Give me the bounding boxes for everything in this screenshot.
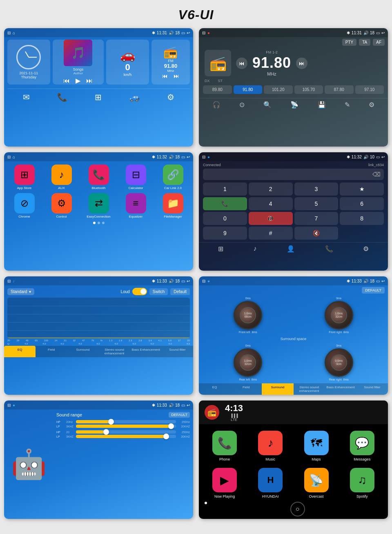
eq-bar-3[interactable] <box>44 337 62 338</box>
eq-bar-4[interactable] <box>62 337 80 338</box>
eq-tab-stereo[interactable]: Stereo sound enhancement <box>99 346 130 357</box>
sr-lp2-slider[interactable] <box>76 435 176 438</box>
home-clock-widget[interactable]: 2021-11-11 Thursday <box>7 40 50 85</box>
eq-bar-8[interactable] <box>135 337 154 338</box>
eq-bar-6[interactable] <box>99 337 117 338</box>
key-end-button[interactable]: 📵 <box>249 212 293 225</box>
app-equalizer[interactable]: ≡ Equalizer <box>119 193 153 218</box>
eq-tab-eq[interactable]: EQ <box>4 346 36 357</box>
carplay-spotify-app[interactable]: ♫ Spotify <box>342 468 382 498</box>
sr-lp-slider[interactable] <box>76 425 176 428</box>
eq-preset-selector[interactable]: Standard ▾ <box>7 288 34 295</box>
carplay-maps-app[interactable]: 🗺 Maps <box>296 431 336 461</box>
surround-default-button[interactable]: DEFAULT <box>362 287 385 294</box>
app-filemanager[interactable]: 📁 FileManager <box>156 193 190 218</box>
key-6[interactable]: 6 <box>340 197 384 210</box>
phone-music-icon[interactable]: ♪ <box>253 245 256 253</box>
prev-button[interactable]: ⏮ <box>63 77 70 85</box>
phone-settings-icon[interactable]: ⚙ <box>363 245 369 253</box>
home-fm-widget[interactable]: 📻 FM 91.80 MHz ⏮ ⏭ <box>151 40 190 85</box>
eq-tab-field[interactable]: Field <box>36 346 67 357</box>
surr-tab-field[interactable]: Field <box>230 383 262 395</box>
app-appstore[interactable]: ⊞ App Store <box>7 165 41 190</box>
pty-button[interactable]: PTY <box>342 39 356 46</box>
key-star[interactable]: ★ <box>340 182 384 196</box>
key-8[interactable]: 8 <box>340 212 384 225</box>
soundrange-default-button[interactable]: DEFAULT <box>169 412 190 418</box>
radio-next-button[interactable]: ⏭ <box>296 58 307 69</box>
next-button[interactable]: ⏭ <box>86 77 93 85</box>
app-chrome[interactable]: ⊘ Chrome <box>7 193 41 218</box>
eq-bar-1[interactable] <box>7 337 26 338</box>
knob-front-right[interactable]: 1.0ms32cm <box>325 301 353 329</box>
carplay-messages-app[interactable]: 💬 Messages <box>342 431 382 461</box>
carplay-phone-app[interactable]: 📞 Phone <box>205 431 245 461</box>
key-hash[interactable]: # <box>249 227 293 240</box>
preset-5[interactable]: 87.80 <box>325 85 354 94</box>
key-0[interactable]: 0 <box>203 212 247 225</box>
eq-bar-2[interactable] <box>26 337 44 338</box>
radio-headphone-icon[interactable]: 🎧 <box>212 101 220 109</box>
eq-bar-9[interactable] <box>154 337 172 338</box>
preset-6[interactable]: 97.10 <box>355 85 384 94</box>
radio-save-icon[interactable]: 💾 <box>318 101 326 109</box>
home-settings-icon[interactable]: ⚙ <box>167 92 174 102</box>
carplay-overcast-app[interactable]: 📡 Overcast <box>296 468 336 498</box>
knob-rear-right[interactable]: 0.0ms0cm <box>325 348 353 377</box>
preset-1[interactable]: 89.80 <box>203 85 232 94</box>
eq-tab-bass[interactable]: Bass Enhancement <box>130 346 162 357</box>
eq-default-button[interactable]: Default <box>170 288 190 295</box>
surr-tab-surround[interactable]: Surround <box>262 383 293 395</box>
ta-button[interactable]: TA <box>359 39 370 46</box>
home-apps-icon[interactable]: ⊞ <box>95 92 102 102</box>
carplay-music-app[interactable]: ♪ Music <box>250 431 290 461</box>
home-music-widget[interactable]: 🎵 Songs Author ⏮ ▶ ⏭ <box>53 40 104 85</box>
phone-contacts-icon[interactable]: 👤 <box>287 245 295 253</box>
eq-bar-7[interactable] <box>117 337 135 338</box>
app-carlink[interactable]: 🔗 Car Link 2.0 <box>156 165 190 190</box>
home-nav-widget[interactable]: 🚗 0 km/h <box>106 40 149 85</box>
surr-tab-eq[interactable]: EQ <box>199 383 230 395</box>
key-7[interactable]: 7 <box>294 212 339 225</box>
key-2[interactable]: 2 <box>249 182 293 196</box>
fm-prev-button[interactable]: ⏮ <box>162 73 168 79</box>
surr-tab-stereo[interactable]: Stereo sound enhancement <box>294 383 325 395</box>
app-aux[interactable]: ♪ AUX <box>45 165 78 190</box>
preset-3[interactable]: 101.20 <box>264 85 293 94</box>
app-calculator[interactable]: ⊟ Calculator <box>119 165 153 190</box>
knob-rear-left[interactable]: 1.0ms32cm <box>234 348 262 377</box>
key-mute-button[interactable]: 🔇 <box>294 227 339 240</box>
key-4[interactable]: 4 <box>249 197 293 210</box>
preset-4[interactable]: 105.70 <box>294 85 323 94</box>
eq-bar-10[interactable] <box>172 337 190 338</box>
surr-tab-filter[interactable]: Sound filter <box>356 383 388 395</box>
play-button[interactable]: ▶ <box>76 77 80 85</box>
carplay-hyundai-app[interactable]: H HYUNDAI <box>250 468 290 498</box>
sr-hp2-slider[interactable] <box>76 430 176 434</box>
phone-recents-icon[interactable]: 📞 <box>325 245 333 253</box>
app-control[interactable]: ⚙ Control <box>45 193 78 218</box>
knob-front-left[interactable]: 1.0ms68cm <box>234 301 262 329</box>
eq-loud-toggle[interactable] <box>132 288 147 295</box>
delete-button[interactable]: ⌫ <box>372 171 381 178</box>
app-bluetooth[interactable]: 📞 Bluetooth <box>82 165 116 190</box>
phone-dialpad-icon[interactable]: ⊞ <box>218 245 223 253</box>
key-5[interactable]: 5 <box>294 197 339 210</box>
fm-next-button[interactable]: ⏭ <box>174 73 179 79</box>
eq-tab-surround[interactable]: Surround <box>67 346 98 357</box>
surr-tab-bass[interactable]: Bass Enhancement <box>325 383 356 395</box>
key-3[interactable]: 3 <box>294 182 339 196</box>
app-easyconnect[interactable]: ⇄ EasyConnection <box>82 193 116 218</box>
radio-search-icon[interactable]: 🔍 <box>263 101 272 109</box>
home-msg-icon[interactable]: ✉ <box>23 92 30 102</box>
eq-tab-filter[interactable]: Sound filter <box>162 346 193 357</box>
preset-2[interactable]: 91.80 <box>234 85 263 94</box>
key-9[interactable]: 9 <box>203 227 247 240</box>
home-phone-icon[interactable]: 📞 <box>57 92 67 102</box>
home-car-icon[interactable]: 🚙 <box>129 92 140 102</box>
radio-prev-button[interactable]: ⏮ <box>236 58 247 69</box>
radio-toggle-icon[interactable]: ⊙ <box>239 101 245 109</box>
eq-switch-button[interactable]: Switch <box>149 288 168 295</box>
eq-bar-5[interactable] <box>80 337 99 338</box>
carplay-home-button[interactable]: ○ <box>290 502 305 516</box>
